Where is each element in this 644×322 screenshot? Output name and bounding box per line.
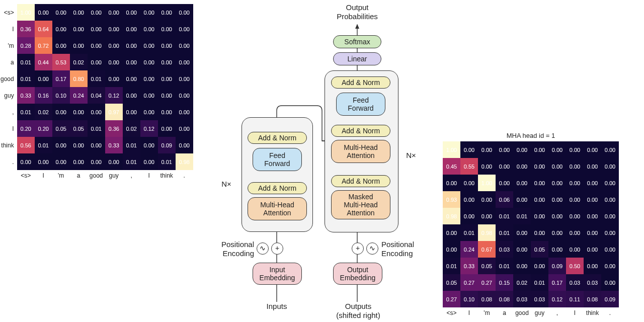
- heatmap-cell: 0.02: [35, 104, 52, 120]
- heatmap-col-label: good: [88, 170, 105, 180]
- heatmap-cell: 0.97: [105, 104, 123, 120]
- heatmap-cell: 0.00: [478, 141, 496, 158]
- decoder-feedforward: Feed Forward: [336, 93, 385, 116]
- heatmap-col-label: guy: [531, 307, 548, 317]
- heatmap-cell: 0.00: [548, 224, 566, 241]
- heatmap-cell: 0.01: [35, 137, 52, 153]
- heatmap-cell: 0.00: [70, 4, 88, 21]
- heatmap-col-label: I: [566, 307, 584, 317]
- heatmap-cell: 0.50: [566, 258, 584, 274]
- heatmap-cell: 0.00: [566, 158, 584, 175]
- heatmap-cell: 0.00: [460, 208, 478, 224]
- heatmap-cell: 0.00: [478, 208, 496, 224]
- heatmap-cell: 0.00: [88, 153, 105, 170]
- heatmap-cell: 0.00: [513, 258, 531, 274]
- heatmap-cell: 0.01: [496, 224, 513, 241]
- heatmap-cell: 0.36: [17, 21, 35, 37]
- heatmap-cell: 0.00: [140, 70, 158, 87]
- heatmap-cell: 0.00: [140, 54, 158, 70]
- heatmap-cell: 0.03: [496, 241, 513, 258]
- heatmap-cell: 0.55: [460, 158, 478, 175]
- heatmap-cell: 0.00: [158, 4, 176, 21]
- heatmap-cell: 0.01: [123, 153, 140, 170]
- heatmap-cell: 0.00: [584, 175, 601, 191]
- heatmap-cell: 0.00: [584, 191, 601, 208]
- heatmap-cell: 0.04: [88, 87, 105, 104]
- heatmap-cell: 0.00: [70, 153, 88, 170]
- heatmap-cell: 0.00: [140, 4, 158, 21]
- heatmap-cell: 0.00: [123, 21, 140, 37]
- heatmap-row-label: 'm: [0, 37, 17, 54]
- heatmap-cell: 0.00: [601, 141, 619, 158]
- heatmap-cell: 0.00: [105, 54, 123, 70]
- heatmap-cell: 0.12: [105, 87, 123, 104]
- heatmap-cell: 0.03: [531, 291, 548, 307]
- heatmap-cell: 0.00: [105, 21, 123, 37]
- heatmap-cell: 0.00: [601, 258, 619, 274]
- heatmap-col-label: ,: [548, 307, 566, 317]
- heatmap-cell: 0.00: [123, 54, 140, 70]
- heatmap-col-label: a: [496, 307, 513, 317]
- heatmap-cell: 0.00: [513, 158, 531, 175]
- heatmap-cell: 0.01: [496, 208, 513, 224]
- heatmap-cell: 0.00: [601, 191, 619, 208]
- heatmap-cell: 0.00: [35, 4, 52, 21]
- heatmap-cell: 0.98: [443, 208, 460, 224]
- heatmap-cell: 0.64: [35, 21, 52, 37]
- heatmap-cell: 0.00: [176, 120, 193, 137]
- heatmap-cell: 0.00: [601, 241, 619, 258]
- heatmap-cell: 0.00: [35, 153, 52, 170]
- heatmap-cell: 0.00: [531, 191, 548, 208]
- heatmap-cell: 0.00: [584, 158, 601, 175]
- heatmap-col-label: think: [584, 307, 601, 317]
- heatmap-cell: 0.10: [460, 291, 478, 307]
- heatmap-cell: 0.00: [105, 37, 123, 54]
- heatmap-cell: 0.00: [70, 21, 88, 37]
- heatmap-cell: 0.00: [123, 87, 140, 104]
- heatmap-cell: 0.00: [176, 4, 193, 21]
- heatmap-cell: 0.00: [460, 141, 478, 158]
- plus-icon: +: [271, 243, 283, 255]
- heatmap-cell: 0.00: [584, 141, 601, 158]
- heatmap-cell: 0.00: [123, 70, 140, 87]
- heatmap-cell: 0.24: [460, 241, 478, 258]
- heatmap-cell: 0.12: [548, 291, 566, 307]
- heatmap-cell: 0.00: [140, 137, 158, 153]
- heatmap-cell: 0.00: [531, 141, 548, 158]
- heatmap-cell: 0.00: [88, 104, 105, 120]
- heatmap-cell: 0.01: [17, 104, 35, 120]
- heatmap-cell: 0.00: [531, 175, 548, 191]
- sine-icon: ∿: [366, 243, 378, 255]
- heatmap-cell: 0.05: [531, 241, 548, 258]
- encoder-posenc-label: Positional Encoding: [209, 240, 254, 258]
- heatmap-cell: 0.00: [52, 21, 70, 37]
- heatmap-cell: 0.09: [548, 258, 566, 274]
- heatmap-cell: 0.33: [105, 137, 123, 153]
- attention-heatmap-left: <s>1.000.000.000.000.000.000.000.000.000…: [0, 4, 193, 180]
- heatmap-cell: 0.98: [478, 224, 496, 241]
- heatmap-cell: 0.00: [443, 224, 460, 241]
- heatmap-cell: 0.00: [140, 37, 158, 54]
- heatmap-cell: 0.00: [52, 37, 70, 54]
- encoder-nx-label: N×: [219, 180, 234, 189]
- heatmap-col-label: 'm: [52, 170, 70, 180]
- heatmap-cell: 0.02: [123, 120, 140, 137]
- heatmap-cell: 0.00: [566, 208, 584, 224]
- heatmap-row-label: good: [0, 70, 17, 87]
- heatmap-cell: 0.05: [52, 120, 70, 137]
- heatmap-cell: 0.00: [176, 70, 193, 87]
- heatmap-cell: 0.00: [52, 137, 70, 153]
- heatmap-cell: 0.00: [584, 241, 601, 258]
- heatmap-cell: 0.00: [88, 137, 105, 153]
- heatmap-cell: 0.00: [478, 158, 496, 175]
- heatmap-col-label: <s>: [17, 170, 35, 180]
- heatmap-cell: 0.00: [513, 175, 531, 191]
- heatmap-cell: 0.00: [105, 153, 123, 170]
- heatmap-cell: 0.00: [513, 191, 531, 208]
- heatmap-cell: 0.00: [17, 153, 35, 170]
- heatmap-row-label: a: [0, 54, 17, 70]
- heatmap-cell: 0.05: [443, 274, 460, 291]
- heatmap-cell: 0.00: [601, 158, 619, 175]
- plus-icon: +: [352, 243, 364, 255]
- heatmap-cell: 0.00: [158, 104, 176, 120]
